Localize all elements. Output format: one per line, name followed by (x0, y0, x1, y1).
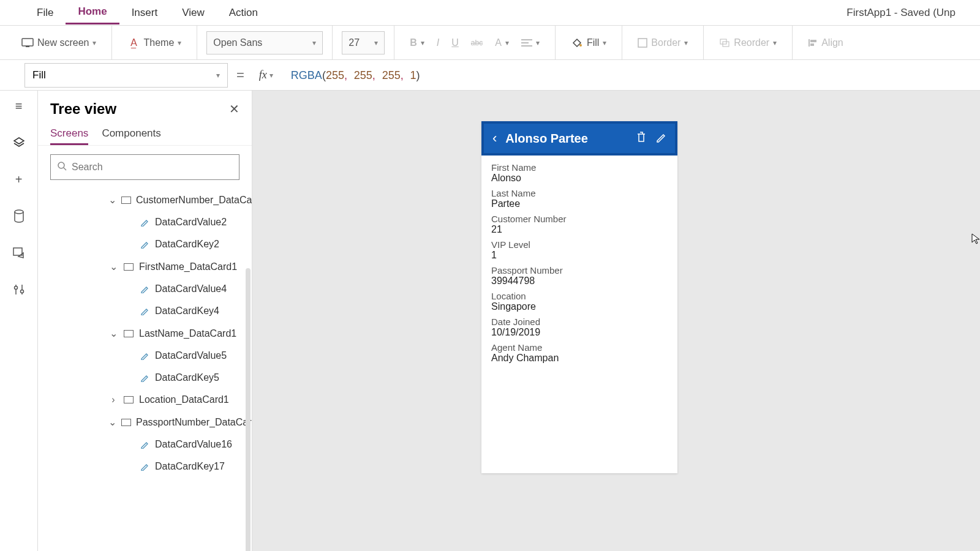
menu-file[interactable]: File (24, 2, 66, 24)
field-value: 39944798 (491, 276, 668, 287)
menu-view[interactable]: View (170, 2, 217, 24)
app-title: FirstApp1 - Saved (Unp (846, 7, 956, 19)
field-label: Last Name (491, 186, 668, 198)
close-icon[interactable]: ✕ (229, 102, 239, 116)
border-label: Border (651, 37, 680, 48)
italic-button[interactable]: I (431, 34, 445, 52)
pencil-icon (139, 239, 150, 250)
ribbon-toolbar: New screen ▾ A̲ Theme ▾ Open Sans ▾ 27 ▾… (0, 26, 980, 60)
tree-child-node[interactable]: DataCardKey4 (38, 300, 252, 322)
field-label: Agent Name (491, 340, 668, 353)
fx-button[interactable]: fx ▾ (253, 69, 279, 81)
tree-child-node[interactable]: DataCardKey17 (38, 455, 252, 478)
alignment-button[interactable]: ▾ (515, 35, 546, 51)
layers-icon[interactable] (10, 133, 28, 152)
hamburger-icon[interactable]: ≡ (10, 97, 28, 115)
field-label: VIP Level (491, 238, 668, 250)
delete-icon[interactable] (636, 131, 647, 146)
chevron-down-icon: ▾ (216, 71, 220, 80)
svg-point-18 (58, 162, 64, 168)
search-field[interactable] (72, 162, 233, 173)
tree-child-node[interactable]: DataCardKey2 (38, 233, 252, 255)
media-icon[interactable] (10, 244, 28, 262)
field-value: 1 (491, 250, 668, 261)
database-icon[interactable] (10, 207, 28, 225)
tree-node-label: Location_DataCard1 (139, 394, 229, 405)
chevron-down-icon: ▾ (374, 39, 378, 47)
tree-child-node[interactable]: DataCardValue16 (38, 433, 252, 455)
chevron-icon[interactable]: › (108, 394, 118, 405)
tab-components[interactable]: Components (102, 124, 160, 145)
fx-icon: fx (259, 69, 267, 81)
tree-node-label: CustomerNumber_DataCard1 (136, 195, 252, 206)
tree-datacard-node[interactable]: ⌄LastName_DataCard1 (38, 322, 252, 345)
detail-title: Alonso Partee (505, 132, 627, 146)
field-value: Singapore (491, 301, 668, 312)
formula-arg: 1 (410, 69, 417, 81)
new-screen-label: New screen (37, 37, 89, 48)
field-label: Date Joined (491, 315, 668, 327)
underline-button[interactable]: U (445, 34, 465, 52)
property-select[interactable]: Fill ▾ (24, 63, 228, 88)
tree-child-node[interactable]: DataCardValue4 (38, 278, 252, 300)
chevron-icon[interactable]: ⌄ (108, 194, 116, 206)
border-button[interactable]: Border ▾ (631, 34, 694, 52)
field-label: First Name (491, 160, 668, 173)
chevron-icon[interactable]: ⌄ (108, 416, 116, 428)
tree-datacard-node[interactable]: ⌄CustomerNumber_DataCard1 (38, 189, 252, 211)
svg-rect-0 (22, 39, 33, 46)
scrollbar[interactable] (246, 268, 251, 551)
detail-field: Date Joined10/19/2019 (491, 315, 668, 338)
tree-child-node[interactable]: DataCardValue5 (38, 345, 252, 367)
tree-child-node[interactable]: DataCardKey5 (38, 367, 252, 389)
tree-datacard-node[interactable]: ⌄PassportNumber_DataCard1 (38, 411, 252, 433)
equals-sign: = (236, 67, 244, 83)
tree-node-label: DataCardKey4 (155, 305, 219, 317)
detail-field: Customer Number21 (491, 212, 668, 235)
tree-child-node[interactable]: DataCardValue2 (38, 211, 252, 233)
formula-arg: 255 (326, 69, 344, 81)
pencil-icon (139, 372, 150, 383)
font-select[interactable]: Open Sans ▾ (206, 31, 323, 54)
settings-icon[interactable] (10, 280, 28, 299)
main-area: ≡ + Tree view ✕ Screens Components (0, 91, 980, 551)
theme-button[interactable]: A̲ Theme ▾ (121, 33, 187, 53)
search-input[interactable] (50, 154, 239, 180)
tree-node-label: DataCardValue5 (155, 350, 227, 361)
fill-button[interactable]: Fill ▾ (565, 33, 612, 53)
bold-button[interactable]: B▾ (404, 34, 431, 52)
pencil-icon (139, 283, 150, 294)
chevron-down-icon: ▾ (92, 39, 96, 47)
fontsize-value: 27 (349, 37, 360, 48)
align-button[interactable]: Align (802, 34, 850, 52)
new-screen-button[interactable]: New screen ▾ (15, 33, 102, 53)
chevron-icon[interactable]: ⌄ (108, 261, 118, 272)
datacard-icon (123, 328, 134, 339)
fontsize-select[interactable]: 27 ▾ (342, 31, 385, 54)
chevron-icon[interactable]: ⌄ (108, 328, 118, 339)
tree-datacard-node[interactable]: ›Location_DataCard1 (38, 389, 252, 411)
strike-button[interactable]: abc (465, 35, 489, 51)
reorder-button[interactable]: Reorder ▾ (713, 34, 783, 52)
tree-node-label: DataCardKey2 (155, 239, 219, 250)
edit-icon[interactable] (655, 132, 666, 146)
tab-screens[interactable]: Screens (50, 124, 88, 145)
datacard-icon (121, 195, 131, 206)
svg-point-12 (15, 210, 23, 214)
detail-body: First NameAlonsoLast NameParteeCustomer … (481, 156, 677, 371)
tree-node-label: LastName_DataCard1 (139, 328, 236, 339)
tree-node-label: DataCardValue2 (155, 217, 227, 228)
fontcolor-button[interactable]: A▾ (489, 34, 515, 52)
formula-input[interactable]: RGBA(255, 255, 255, 1) (288, 66, 956, 85)
menu-bar: File Home Insert View Action FirstApp1 -… (0, 0, 980, 26)
back-icon[interactable]: ‹ (492, 130, 497, 146)
menu-insert[interactable]: Insert (119, 2, 170, 24)
canvas[interactable]: ‹ Alonso Partee First NameAlonsoLast Nam… (252, 91, 980, 551)
chevron-down-icon: ▾ (603, 39, 606, 47)
menu-home[interactable]: Home (66, 1, 119, 24)
reorder-label: Reorder (734, 37, 769, 48)
plus-icon[interactable]: + (10, 170, 28, 189)
menu-action[interactable]: Action (217, 2, 270, 24)
chevron-down-icon: ▾ (312, 39, 316, 47)
tree-datacard-node[interactable]: ⌄FirstName_DataCard1 (38, 255, 252, 278)
